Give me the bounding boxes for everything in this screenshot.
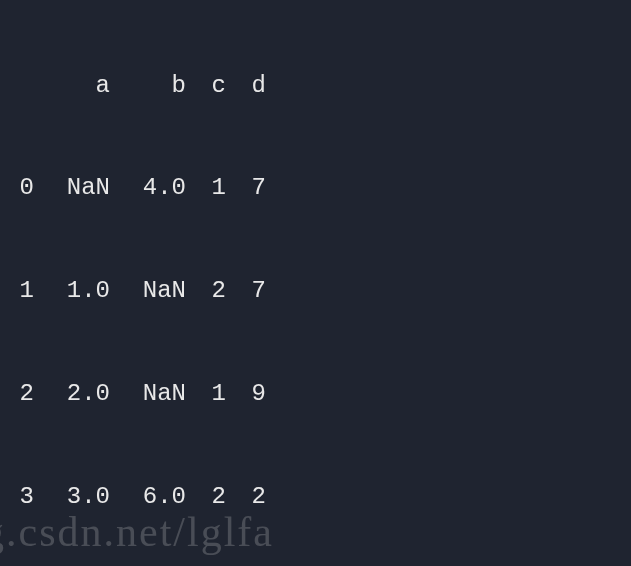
header-b: b [118, 73, 194, 99]
header-d: d [234, 73, 274, 99]
cell-d: 7 [234, 175, 274, 201]
header-c: c [194, 73, 234, 99]
cell-a: 1.0 [42, 278, 118, 304]
row-index: 3 [10, 484, 42, 510]
cell-a: 2.0 [42, 381, 118, 407]
table-header-row: a b c d [10, 61, 621, 111]
row-index: 0 [10, 175, 42, 201]
table-row: 3 3.0 6.0 2 2 [10, 472, 621, 522]
cell-c: 1 [194, 175, 234, 201]
cell-a: 3.0 [42, 484, 118, 510]
cell-d: 2 [234, 484, 274, 510]
terminal-output: a b c d 0 NaN 4.0 1 7 1 1.0 NaN 2 7 2 2.… [0, 0, 631, 566]
table-row: 2 2.0 NaN 1 9 [10, 369, 621, 419]
table-row: 1 1.0 NaN 2 7 [10, 266, 621, 316]
cell-b: 6.0 [118, 484, 194, 510]
cell-b: NaN [118, 278, 194, 304]
cell-c: 2 [194, 484, 234, 510]
cell-c: 2 [194, 278, 234, 304]
table-row: 0 NaN 4.0 1 7 [10, 164, 621, 214]
cell-d: 9 [234, 381, 274, 407]
cell-b: 4.0 [118, 175, 194, 201]
cell-b: NaN [118, 381, 194, 407]
cell-d: 7 [234, 278, 274, 304]
cell-a: NaN [42, 175, 118, 201]
row-index: 1 [10, 278, 42, 304]
cell-c: 1 [194, 381, 234, 407]
header-a: a [42, 73, 118, 99]
row-index: 2 [10, 381, 42, 407]
